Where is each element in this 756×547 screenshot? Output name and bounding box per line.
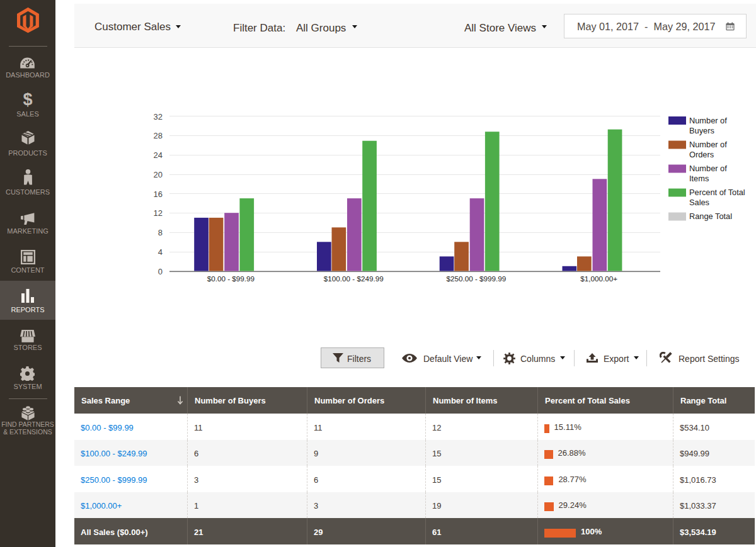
svg-text:20: 20: [154, 170, 163, 179]
svg-text:12: 12: [154, 208, 163, 218]
svg-text:$250.00 - $999.99: $250.00 - $999.99: [446, 274, 506, 283]
svg-text:4: 4: [158, 247, 163, 257]
svg-text:Number of: Number of: [689, 116, 727, 125]
svg-text:32: 32: [154, 112, 163, 121]
svg-text:$1,000.00+: $1,000.00+: [580, 274, 617, 283]
svg-text:8: 8: [158, 228, 163, 237]
svg-text:24: 24: [154, 150, 163, 160]
svg-text:Percent of Total: Percent of Total: [689, 188, 745, 197]
svg-text:0: 0: [158, 267, 163, 276]
svg-text:Number of: Number of: [689, 140, 727, 149]
svg-text:Range Total: Range Total: [689, 211, 732, 221]
svg-text:Items: Items: [689, 174, 709, 183]
svg-text:Buyers: Buyers: [689, 126, 714, 135]
svg-text:$100.00 - $249.99: $100.00 - $249.99: [324, 274, 384, 283]
svg-text:$0.00 - $99.99: $0.00 - $99.99: [207, 274, 255, 283]
svg-text:16: 16: [154, 189, 163, 199]
svg-text:Orders: Orders: [689, 150, 714, 159]
svg-text:Sales: Sales: [689, 198, 709, 207]
svg-text:28: 28: [154, 131, 163, 140]
svg-text:Number of: Number of: [689, 164, 727, 173]
